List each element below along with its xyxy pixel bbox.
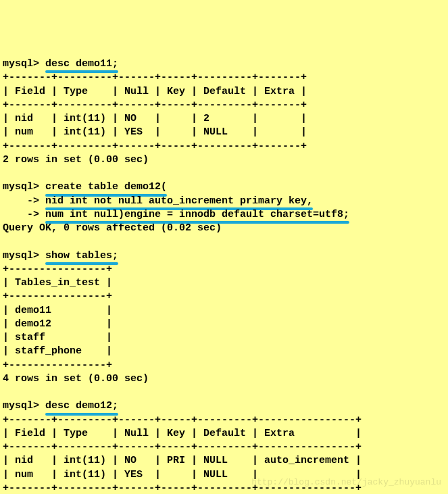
watermark: http://blog.csdn.net/jacky_zhuyuanlu <box>251 476 441 489</box>
create-line-1: nid int not null auto_increment primary … <box>45 195 313 208</box>
continuation-prompt: -> <box>3 209 45 220</box>
table-header: | Field | Type | Null | Key | Default | … <box>3 86 307 97</box>
terminal-output: mysql> desc demo11; +-------+---------+-… <box>3 57 445 494</box>
mysql-prompt: mysql> <box>3 250 45 262</box>
command-desc-demo12: desc demo12; <box>45 399 118 413</box>
table-border: +-------+---------+------+-----+--------… <box>3 441 362 453</box>
table-border: +-------+---------+------+-----+--------… <box>3 141 307 152</box>
table-row: | demo12 | <box>3 318 112 330</box>
create-line-2: num int null)engine = innodb default cha… <box>45 208 349 222</box>
result-line: 2 rows in set (0.00 sec) <box>3 154 149 166</box>
table-border: +----------------+ <box>3 360 112 371</box>
command-desc-demo11: desc demo11; <box>45 57 118 71</box>
command-create-table: create table demo12( <box>45 180 167 194</box>
table-border: +----------------+ <box>3 291 112 302</box>
table-border: +-------+---------+------+-----+--------… <box>3 99 307 111</box>
table-row: | staff_phone | <box>3 345 112 357</box>
mysql-prompt: mysql> <box>3 400 45 412</box>
mysql-prompt: mysql> <box>3 58 45 70</box>
table-row: | demo11 | <box>3 305 112 316</box>
table-row: | nid | int(11) | NO | PRI | NULL | auto… <box>3 455 362 466</box>
table-header: | Tables_in_test | <box>3 277 112 289</box>
table-row: | staff | <box>3 332 112 343</box>
continuation-prompt: -> <box>3 195 45 207</box>
result-line: Query OK, 0 rows affected (0.02 sec) <box>3 222 222 234</box>
mysql-prompt: mysql> <box>3 181 45 193</box>
table-border: +-------+---------+------+-----+--------… <box>3 72 307 83</box>
command-show-tables: show tables; <box>45 249 118 263</box>
table-header: | Field | Type | Null | Key | Default | … <box>3 428 362 439</box>
table-row: | num | int(11) | YES | | NULL | | <box>3 126 307 138</box>
table-border: +----------------+ <box>3 264 112 275</box>
result-line: 4 rows in set (0.00 sec) <box>3 373 149 385</box>
table-row: | nid | int(11) | NO | | 2 | | <box>3 113 307 124</box>
table-border: +-------+---------+------+-----+--------… <box>3 414 362 426</box>
